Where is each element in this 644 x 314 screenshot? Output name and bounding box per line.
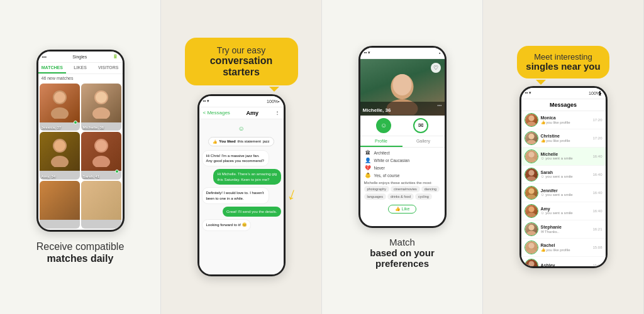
msg-time-sarah: 16:40 xyxy=(592,173,602,176)
match-amy[interactable]: Amy, 34 xyxy=(40,132,80,180)
match-count: 46 new matches xyxy=(38,74,123,82)
tab-matches[interactable]: MATCHES xyxy=(38,63,67,73)
avatar-ashley xyxy=(525,259,538,266)
smile-action-btn[interactable]: ☺ xyxy=(376,118,391,133)
heart-button[interactable]: ♡ xyxy=(431,63,441,73)
yellow-arrow-2: ↓ xyxy=(284,183,299,205)
chat-body: ☺ 👍 You liked this statement jazz Hi Chr… xyxy=(199,119,284,274)
match-michelle[interactable]: Michelle, 36 xyxy=(81,84,121,131)
msg-2: Hi Michelle. There's an amazing gig this… xyxy=(213,169,280,185)
tab-profile[interactable]: Profile xyxy=(360,136,402,147)
svg-point-23 xyxy=(528,188,534,193)
avatar-rachel xyxy=(525,241,538,254)
chat-options[interactable]: ⋮ xyxy=(275,110,280,116)
battery-3: ▪ xyxy=(439,51,440,55)
msg-content-stephanie: Stephanie ✉ Thanks.. xyxy=(541,225,591,234)
msg-time-michelle: 16:40 xyxy=(592,154,602,158)
liked-badge: 👍 You liked this statement jazz xyxy=(208,137,274,146)
online-indicator-sarah xyxy=(115,170,119,173)
msg-content-monica: Monica 👍 you like profile xyxy=(541,116,591,124)
msg-item-rachel[interactable]: Rachel 👍 you like profile 15:08 xyxy=(521,239,606,257)
tag-languages: languages xyxy=(364,193,386,200)
profile-info: 🏛 Architect 👤 White or Caucasian 💔 Never… xyxy=(360,148,445,226)
svg-point-2 xyxy=(54,92,65,103)
svg-point-14 xyxy=(392,74,411,95)
svg-point-31 xyxy=(528,261,534,266)
signal-2: ▪▪ ▾ xyxy=(203,99,210,104)
panel-profile: ▪▪ ▾ ▪ Michelle, 36 ••• ♡ xyxy=(322,0,483,314)
caption-light-1: Receive compatible xyxy=(36,241,125,252)
phone-messages: ▪▪ ▾ 100%▪ Messages ℹ Monica 👍 xyxy=(519,86,608,268)
avatar-amy-msg xyxy=(525,204,538,218)
avatar-michelle-msg xyxy=(525,149,538,163)
msg-item-jennifer[interactable]: Jennifer ☺ you sent a smile 16:40 xyxy=(521,184,606,202)
tag-drinks: drinks & food xyxy=(387,193,414,200)
msg-content-amy: Amy ☺ you sent a smile xyxy=(541,207,591,215)
matches-tabs: MATCHES LIKES VISITORS xyxy=(38,63,123,74)
liked-text: You liked xyxy=(219,139,235,143)
info-row-architect: 🏛 Architect xyxy=(364,150,441,156)
match-6[interactable] xyxy=(81,181,121,229)
info-row-children: 👶 Yes, of course xyxy=(364,173,441,178)
msg-content-christine: Christine 👍 you like profile xyxy=(541,134,591,143)
caption-preferences: preferences xyxy=(370,258,435,269)
app-title-1: Singles xyxy=(72,55,87,59)
tab-likes[interactable]: LIKES xyxy=(66,63,94,73)
msg-name-monica: Monica xyxy=(541,116,591,120)
nearby-bubble: Meet interesting singles near you xyxy=(517,46,609,78)
msg-name-sarah-msg: Sarah xyxy=(541,170,591,175)
panel-messages: Meet interesting singles near you ▪▪ ▾ 1… xyxy=(483,0,644,314)
signal-icon: ▪▪▪ xyxy=(42,55,47,59)
msg-item-sarah[interactable]: Sarah ☺ you sent a smile 16:40 xyxy=(521,166,606,184)
msg-item-stephanie[interactable]: Stephanie ✉ Thanks.. 16:21 xyxy=(521,220,606,239)
msg-time-rachel: 15:08 xyxy=(592,246,602,249)
msg-content-rachel: Rachel 👍 you like profile xyxy=(541,243,591,252)
msg-preview-jennifer: ☺ you sent a smile xyxy=(541,193,591,197)
avatar-christine xyxy=(525,131,538,145)
info-architect: Architect xyxy=(374,151,390,155)
svg-point-21 xyxy=(528,170,534,175)
msg-name-jennifer: Jennifer xyxy=(541,188,591,193)
match-jessica[interactable]: Jessica, 37 xyxy=(40,84,80,131)
panel1-caption: Receive compatible matches daily xyxy=(36,241,125,264)
interests-title: Michelle enjoys these activities the mos… xyxy=(364,181,441,185)
msg-item-monica[interactable]: Monica 👍 you like profile 17:20 xyxy=(521,111,606,129)
tag-photography: photography xyxy=(364,186,390,192)
msg-item-amy[interactable]: Amy ☺ you sent a smile 16:40 xyxy=(521,202,606,220)
back-button[interactable]: < Messages xyxy=(203,110,230,116)
tab-gallery[interactable]: Gallery xyxy=(402,136,445,147)
match-sarah[interactable]: Sarah, 41 xyxy=(81,132,121,180)
msg-name-christine: Christine xyxy=(541,134,591,138)
msg-time-amy: 16:40 xyxy=(592,209,602,213)
info-icon[interactable]: ℹ xyxy=(599,90,601,97)
msg-time-monica: 17:20 xyxy=(592,118,602,122)
avatar-stephanie xyxy=(525,222,538,236)
profile-dots[interactable]: ••• xyxy=(437,103,441,107)
msg-time-jennifer: 16:40 xyxy=(592,191,602,195)
conversation-bubble: Try our easy conversation starters xyxy=(185,38,298,85)
mail-action-btn[interactable]: ✉ xyxy=(413,118,428,133)
status-bar-2: ▪▪ ▾ 100%▪ xyxy=(199,96,284,107)
svg-point-19 xyxy=(528,151,534,157)
phone-chat: ▪▪ ▾ 100%▪ < Messages Amy ⋮ ☺ 👍 You like… xyxy=(197,94,286,276)
tag-cycling: cycling xyxy=(415,193,432,200)
profile-tags: photography cinema/movies dancing langua… xyxy=(364,186,441,200)
phone-profile: ▪▪ ▾ ▪ Michelle, 36 ••• ♡ xyxy=(358,46,447,228)
msg-time-stephanie: 16:21 xyxy=(592,227,602,231)
msg-content-jennifer: Jennifer ☺ you sent a smile xyxy=(541,188,591,197)
match-5[interactable] xyxy=(40,181,80,229)
msg-item-michelle[interactable]: Michelle ☺ you sent a smile 16:40 xyxy=(521,148,606,166)
like-button[interactable]: 👍 Like xyxy=(388,205,417,214)
info-row-married: 💔 Never xyxy=(364,165,441,171)
svg-point-15 xyxy=(528,115,534,121)
tab-visitors[interactable]: VISITORS xyxy=(94,63,123,73)
msg-preview-amy: ☺ you sent a smile xyxy=(541,211,591,215)
msg-name-ashley: Ashley xyxy=(541,263,591,266)
msg-name-amy-msg: Amy xyxy=(541,207,591,211)
svg-point-22 xyxy=(526,176,536,181)
msg-item-christine[interactable]: Christine 👍 you like profile 17:20 xyxy=(521,129,606,148)
chat-contact-name: Amy xyxy=(246,110,258,116)
msg-preview-stephanie: ✉ Thanks.. xyxy=(541,229,591,234)
msg-item-ashley[interactable]: Ashley 15:08 xyxy=(521,257,606,266)
svg-point-28 xyxy=(526,230,536,236)
